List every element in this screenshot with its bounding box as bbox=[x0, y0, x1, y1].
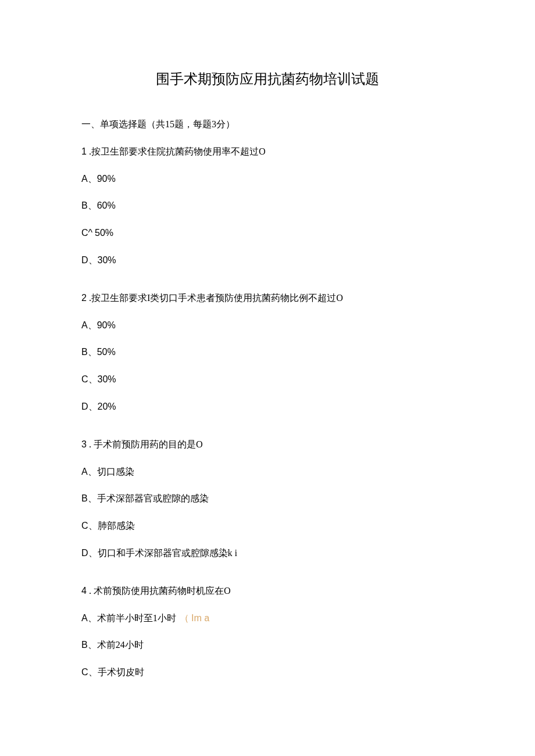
option-label: A bbox=[81, 613, 88, 623]
option-label: A bbox=[81, 174, 88, 184]
question-sep: . bbox=[87, 293, 91, 303]
question-block: 2 .按卫生部要求I类切口手术患者预防使用抗菌药物比例不超过O A、90% B、… bbox=[81, 290, 454, 415]
option-label: B bbox=[81, 200, 88, 210]
option-text: 30% bbox=[98, 374, 116, 384]
option-text: 90% bbox=[97, 174, 116, 184]
annotation-text: （ Im a bbox=[180, 613, 210, 623]
option-label: B bbox=[81, 640, 88, 650]
question-body: 按卫生部要求住院抗菌药物使用率不超过O bbox=[91, 146, 266, 156]
option-item: A、切口感染 bbox=[81, 464, 454, 481]
option-label: A bbox=[81, 320, 88, 330]
option-text: 50% bbox=[97, 347, 116, 357]
option-text: 手术深部器官或腔隙的感染 bbox=[97, 493, 209, 503]
page-title: 围手术期预防应用抗菌药物培训试题 bbox=[81, 70, 454, 88]
option-item: B、术前24小时 bbox=[81, 637, 454, 654]
option-item: D、切口和手术深部器官或腔隙感染k i bbox=[81, 545, 454, 562]
option-text: 切口感染 bbox=[97, 467, 134, 476]
option-label: C bbox=[81, 667, 88, 677]
option-text: 切口和手术深部器官或腔隙感染k i bbox=[98, 548, 237, 558]
question-body: 术前预防使用抗菌药物时机应在O bbox=[94, 586, 231, 596]
option-label: D bbox=[81, 255, 88, 265]
question-number: 2 bbox=[81, 293, 87, 303]
option-text: 肺部感染 bbox=[98, 521, 135, 531]
option-label: C^ bbox=[81, 228, 92, 238]
option-sep: 、 bbox=[88, 174, 97, 184]
option-sep: 、 bbox=[88, 667, 98, 677]
option-sep: 、 bbox=[88, 200, 97, 210]
question-sep: . bbox=[87, 146, 91, 156]
option-label: C bbox=[81, 374, 88, 384]
question-text: 3 . 手术前预防用药的目的是O bbox=[81, 436, 454, 453]
option-label: D bbox=[81, 548, 88, 558]
option-sep: 、 bbox=[88, 493, 97, 503]
option-item: B、手术深部器官或腔隙的感染 bbox=[81, 490, 454, 507]
option-sep: 、 bbox=[88, 374, 98, 384]
option-item: A、90% bbox=[81, 317, 454, 334]
option-item: B、50% bbox=[81, 344, 454, 361]
option-sep: 、 bbox=[88, 521, 98, 531]
question-sep: . bbox=[87, 439, 94, 449]
option-item: D、30% bbox=[81, 252, 454, 269]
question-block: 3 . 手术前预防用药的目的是O A、切口感染 B、手术深部器官或腔隙的感染 C… bbox=[81, 436, 454, 562]
option-text: 术前半小时至1小时 bbox=[97, 613, 176, 623]
option-item: C、肺部感染 bbox=[81, 518, 454, 535]
option-sep: 、 bbox=[88, 640, 97, 650]
option-text: 30% bbox=[98, 255, 116, 265]
option-label: A bbox=[81, 467, 88, 476]
question-number: 4 bbox=[81, 586, 87, 596]
option-sep: 、 bbox=[88, 613, 97, 623]
option-sep: 、 bbox=[88, 467, 97, 476]
option-text: 术前24小时 bbox=[97, 640, 144, 650]
question-block: 4 . 术前预防使用抗菌药物时机应在O A、术前半小时至1小时（ Im a B、… bbox=[81, 583, 454, 681]
question-text: 4 . 术前预防使用抗菌药物时机应在O bbox=[81, 583, 454, 600]
option-label: D bbox=[81, 402, 88, 411]
option-text: 50% bbox=[95, 228, 113, 238]
option-sep: 、 bbox=[88, 255, 98, 265]
question-number: 1 bbox=[81, 146, 87, 156]
option-item: B、60% bbox=[81, 198, 454, 214]
question-text: 2 .按卫生部要求I类切口手术患者预防使用抗菌药物比例不超过O bbox=[81, 290, 454, 307]
option-item: A、术前半小时至1小时（ Im a bbox=[81, 610, 454, 627]
question-block: 1 .按卫生部要求住院抗菌药物使用率不超过O A、90% B、60% C^ 50… bbox=[81, 144, 454, 269]
question-body: 手术前预防用药的目的是O bbox=[94, 439, 203, 449]
option-text: 手术切皮时 bbox=[98, 667, 144, 677]
option-text: 60% bbox=[97, 200, 116, 210]
question-body: 按卫生部要求I类切口手术患者预防使用抗菌药物比例不超过O bbox=[91, 293, 343, 303]
option-sep: 、 bbox=[88, 320, 97, 330]
option-sep: 、 bbox=[88, 402, 98, 411]
option-label: B bbox=[81, 347, 88, 357]
option-item: D、20% bbox=[81, 399, 454, 415]
option-label: B bbox=[81, 493, 88, 503]
option-item: C^ 50% bbox=[81, 225, 454, 242]
option-item: C、30% bbox=[81, 371, 454, 388]
option-item: C、手术切皮时 bbox=[81, 664, 454, 681]
option-item: A、90% bbox=[81, 171, 454, 188]
option-sep: 、 bbox=[88, 347, 97, 357]
section-heading: 一、单项选择题（共15题，每题3分） bbox=[81, 116, 454, 133]
option-label: C bbox=[81, 521, 88, 531]
question-number: 3 bbox=[81, 439, 87, 449]
option-sep: 、 bbox=[88, 548, 98, 558]
question-text: 1 .按卫生部要求住院抗菌药物使用率不超过O bbox=[81, 144, 454, 160]
question-sep: . bbox=[87, 586, 94, 596]
option-text: 20% bbox=[98, 402, 116, 411]
option-text: 90% bbox=[97, 320, 116, 330]
